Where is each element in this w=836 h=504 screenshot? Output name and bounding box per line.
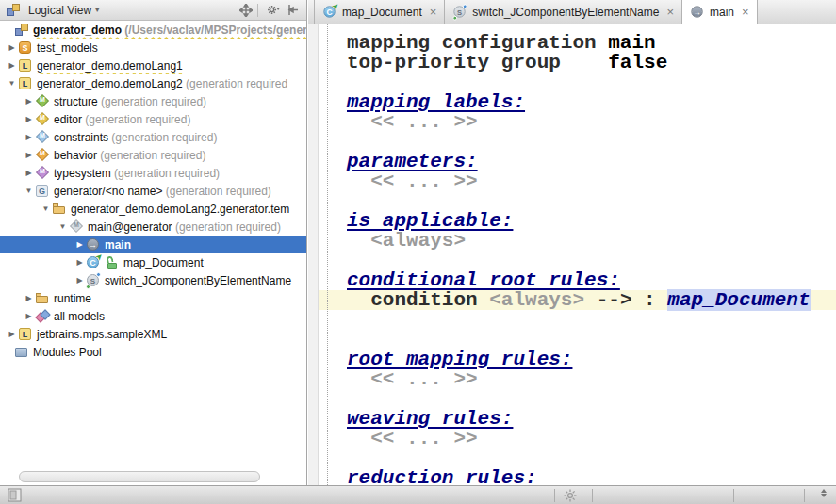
editor-cell[interactable]: <always> — [370, 230, 466, 252]
editor-cell[interactable]: << ... >> — [370, 428, 477, 449]
editor-cell[interactable] — [347, 111, 370, 133]
editor-line[interactable]: << ... >> — [319, 112, 836, 132]
tab-main[interactable]: →main× — [681, 0, 758, 24]
tab-switch_jcomponentbyelementname[interactable]: Sswitch_JComponentByElementName× — [444, 0, 682, 24]
tree-row-typesystem[interactable]: ▶Mtypesystem (generation required) — [0, 164, 306, 182]
editor-line[interactable]: parameters: — [319, 152, 836, 171]
collapsed-arrow-icon[interactable]: ▶ — [23, 97, 35, 106]
editor-line[interactable]: reduction rules: — [319, 468, 836, 485]
collapsed-arrow-icon[interactable]: ▶ — [23, 169, 35, 177]
collapsed-arrow-icon[interactable]: ▶ — [23, 151, 35, 159]
editor-line[interactable]: conditional root rules: — [319, 270, 836, 290]
tree-row-structure[interactable]: ▶Mstructure (generation required) — [0, 92, 306, 110]
panel-splitter[interactable] — [308, 24, 319, 485]
tree-horizontal-scrollbar[interactable] — [19, 471, 260, 482]
editor-cell[interactable]: main — [608, 32, 655, 54]
editor-cell[interactable]: condition — [370, 289, 489, 311]
background-tasks-icon[interactable] — [564, 489, 577, 504]
editor-line[interactable] — [319, 330, 836, 350]
tree-row-behavior[interactable]: ▶Mbehavior (generation required) — [0, 146, 306, 164]
tree-row-editor[interactable]: ▶Meditor (generation required) — [0, 110, 306, 128]
tree-row-main-generator[interactable]: ▼Mmain@generator (generation required) — [0, 218, 306, 236]
tab-close-icon[interactable]: × — [742, 6, 749, 18]
editor-cell[interactable]: mapping configuration — [347, 32, 608, 54]
editor-cell[interactable]: << ... >> — [370, 171, 477, 192]
hide-panel-button[interactable] — [284, 3, 301, 18]
editor-cell[interactable]: conditional root rules: — [347, 269, 620, 291]
editor-line[interactable]: mapping labels: — [319, 92, 836, 112]
tree-row-map-document[interactable]: ▶C➤map_Document — [0, 253, 306, 271]
tree-row-main[interactable]: ▶→main — [0, 236, 306, 253]
tree-row-generator-demo[interactable]: generator_demo (/Users/vaclav/MPSProject… — [0, 21, 306, 39]
tree-row-all-models[interactable]: ▶all models — [0, 307, 306, 325]
editor-cell[interactable] — [347, 230, 370, 252]
collapsed-arrow-icon[interactable]: ▶ — [74, 276, 86, 285]
editor-cell[interactable] — [347, 171, 370, 192]
editor-line[interactable]: weaving rules: — [319, 409, 836, 429]
editor-line[interactable] — [319, 310, 836, 330]
editor-cell[interactable]: <always> — [489, 289, 584, 311]
editor-cell[interactable]: is applicable: — [347, 210, 513, 232]
editor-line[interactable] — [319, 448, 836, 468]
chevron-down-icon[interactable]: ▼ — [93, 6, 101, 14]
editor-line[interactable]: is applicable: — [319, 211, 836, 231]
editor-line[interactable]: << ... >> — [319, 429, 836, 448]
tree-row-constraints[interactable]: ▶Mconstraints (generation required) — [0, 128, 306, 146]
collapsed-arrow-icon[interactable]: ▶ — [74, 258, 86, 267]
tab-map_document[interactable]: C➤map_Document× — [314, 0, 445, 24]
editor-line[interactable]: root mapping rules: — [319, 350, 836, 369]
editor-cell[interactable]: mapping labels: — [347, 91, 525, 113]
editor-caret-line[interactable]: condition <always> --> : map_Document — [319, 290, 836, 310]
editor-line[interactable] — [319, 191, 836, 211]
toolbar-toggle-icon[interactable] — [8, 488, 22, 504]
collapsed-arrow-icon[interactable]: ▶ — [23, 312, 35, 320]
reference-cell[interactable]: map_Document — [667, 289, 810, 311]
editor-cell[interactable]: << ... >> — [370, 111, 477, 133]
tree-row-generator-no-name-[interactable]: ▼Ggenerator/<no name> (generation requir… — [0, 182, 306, 200]
collapsed-arrow-icon[interactable]: ▶ — [74, 240, 86, 249]
editor-cell[interactable] — [347, 289, 370, 311]
settings-gear-button[interactable] — [264, 3, 281, 18]
editor-line[interactable] — [319, 389, 836, 409]
tree-row-generator-demo-demolang2-generator-tem[interactable]: ▼generator_demo.demoLang2.generator.tem — [0, 200, 306, 218]
collapsed-arrow-icon[interactable]: ▶ — [23, 294, 35, 302]
editor-line[interactable] — [319, 132, 836, 152]
editor-line[interactable]: << ... >> — [319, 171, 836, 191]
collapsed-arrow-icon[interactable]: ▶ — [23, 115, 35, 123]
scroll-from-source-button[interactable] — [238, 3, 254, 18]
expanded-arrow-icon[interactable]: ▼ — [57, 222, 69, 231]
collapsed-arrow-icon[interactable]: ▶ — [6, 61, 18, 70]
editor-line[interactable]: << ... >> — [319, 369, 836, 389]
view-selector[interactable]: Logical View — [28, 4, 91, 17]
tree-row-switch-jcomponentbyelementname[interactable]: ▶Sswitch_JComponentByElementName — [0, 271, 306, 289]
tree-row-modules-pool[interactable]: Modules Pool — [0, 343, 306, 361]
editor-cell[interactable] — [584, 289, 597, 311]
collapsed-arrow-icon[interactable]: ▶ — [6, 43, 18, 52]
expanded-arrow-icon[interactable]: ▼ — [6, 79, 18, 88]
editor-cell[interactable]: top-priority group — [347, 52, 608, 73]
tree-row-runtime[interactable]: ▶runtime — [0, 289, 306, 307]
editor-cell[interactable]: << ... >> — [370, 368, 477, 390]
expanded-arrow-icon[interactable]: ▼ — [23, 187, 35, 195]
editor-line[interactable]: mapping configuration main — [319, 33, 836, 53]
mapping-configuration-editor[interactable]: mapping configuration maintop-priority g… — [319, 24, 836, 485]
editor-cell[interactable]: weaving rules: — [347, 408, 513, 430]
collapsed-arrow-icon[interactable]: ▶ — [6, 330, 18, 338]
collapsed-arrow-icon[interactable]: ▶ — [23, 133, 35, 141]
editor-line[interactable] — [319, 251, 836, 270]
editor-cell[interactable]: --> — [597, 289, 644, 311]
editor-line[interactable] — [319, 73, 836, 92]
tree-row-generator-demo-demolang1[interactable]: ▶Lgenerator_demo.demoLang1 — [0, 57, 306, 74]
tab-close-icon[interactable]: × — [666, 6, 674, 18]
editor-cell[interactable]: : — [644, 289, 667, 311]
tree-row-jetbrains-mps-samplexml[interactable]: ▶Ljetbrains.mps.sampleXML — [0, 325, 306, 343]
editor-line[interactable]: top-priority group false — [319, 53, 836, 73]
tree-row-generator-demo-demolang2[interactable]: ▼Lgenerator_demo.demoLang2 (generation r… — [0, 74, 306, 92]
editor-cell[interactable]: root mapping rules: — [347, 349, 572, 370]
editor-cell[interactable] — [347, 428, 370, 449]
tree-row-test-models[interactable]: ▶Stest_models — [0, 39, 306, 57]
editor-cell[interactable]: false — [608, 52, 667, 73]
resize-spinner-icon[interactable] — [821, 489, 827, 497]
editor-line[interactable]: <always> — [319, 231, 836, 251]
tab-close-icon[interactable]: × — [430, 6, 437, 18]
